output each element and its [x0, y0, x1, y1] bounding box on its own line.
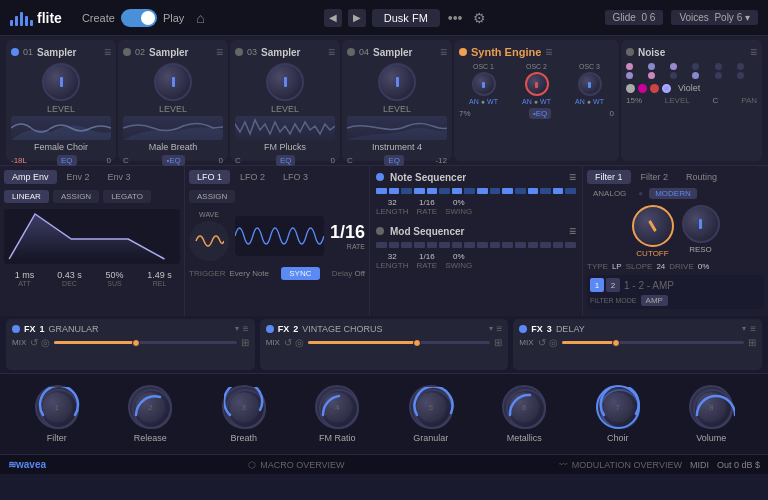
macro-knob-6[interactable]: 6 — [502, 385, 546, 429]
reso-knob[interactable] — [682, 205, 720, 243]
fx1-slider[interactable] — [54, 341, 236, 344]
active-dot[interactable] — [459, 48, 467, 56]
seq-step[interactable] — [414, 242, 425, 248]
active-dot[interactable] — [123, 48, 131, 56]
level-knob[interactable] — [154, 63, 192, 101]
seq-step[interactable] — [401, 188, 412, 194]
tab-lfo1[interactable]: LFO 1 — [189, 170, 230, 184]
linear-button[interactable]: LINEAR — [4, 190, 49, 203]
macro-knob-1[interactable]: 1 — [35, 385, 79, 429]
home-button[interactable]: ⌂ — [194, 8, 206, 28]
cutoff-knob[interactable] — [632, 205, 674, 247]
seq-step[interactable] — [414, 188, 425, 194]
fx3-slider[interactable] — [562, 341, 744, 344]
route-num-2[interactable]: 2 — [606, 278, 620, 292]
fx3-icon3[interactable]: ⊞ — [748, 337, 756, 348]
preset-name[interactable]: Dusk FM — [372, 9, 440, 27]
seq-step[interactable] — [427, 188, 438, 194]
toggle-switch[interactable] — [121, 9, 157, 27]
preset-dots-button[interactable]: ••• — [446, 8, 465, 28]
card-menu-icon[interactable]: ≡ — [104, 45, 111, 59]
active-dot[interactable] — [347, 48, 355, 56]
seq-step[interactable] — [376, 242, 387, 248]
color-dot-pink[interactable] — [638, 84, 647, 93]
route-num-1[interactable]: 1 — [590, 278, 604, 292]
seq-step[interactable] — [490, 188, 501, 194]
seq-step[interactable] — [452, 188, 463, 194]
seq-step[interactable] — [502, 242, 513, 248]
seq-step[interactable] — [565, 188, 576, 194]
seq-step[interactable] — [389, 188, 400, 194]
card-menu-icon[interactable]: ≡ — [328, 45, 335, 59]
macro-knob-2[interactable]: 2 — [128, 385, 172, 429]
seq-step[interactable] — [464, 242, 475, 248]
fx1-icon2[interactable]: ◎ — [41, 337, 50, 348]
eq-button[interactable]: EQ — [384, 155, 404, 166]
color-dot-violet[interactable] — [662, 84, 671, 93]
seq-step[interactable] — [565, 242, 576, 248]
glide-control[interactable]: Glide 0 6 — [605, 10, 664, 25]
assign-button[interactable]: ASSIGN — [53, 190, 99, 203]
seq-settings-icon[interactable]: ≡ — [569, 170, 576, 184]
osc-knob[interactable] — [578, 72, 602, 96]
eq-button[interactable]: •EQ — [529, 108, 551, 119]
seq-active-dot[interactable] — [376, 173, 384, 181]
seq-step[interactable] — [427, 242, 438, 248]
analog-mode-button[interactable]: ANALOG — [587, 188, 632, 199]
fx2-icon2[interactable]: ◎ — [295, 337, 304, 348]
eq-button[interactable]: EQ — [57, 155, 77, 166]
level-knob[interactable] — [266, 63, 304, 101]
fx1-icon3[interactable]: ⊞ — [241, 337, 249, 348]
card-menu-icon[interactable]: ≡ — [545, 45, 552, 59]
tab-filter1[interactable]: Filter 1 — [587, 170, 631, 184]
seq-step[interactable] — [389, 242, 400, 248]
card-menu-icon[interactable]: ≡ — [216, 45, 223, 59]
prev-preset-button[interactable]: ◀ — [324, 9, 342, 27]
tab-filter2[interactable]: Filter 2 — [633, 170, 677, 184]
seq-step[interactable] — [477, 188, 488, 194]
mod-seq-settings-icon[interactable]: ≡ — [569, 224, 576, 238]
macro-knob-7[interactable]: 7 — [596, 385, 640, 429]
osc-knob[interactable] — [472, 72, 496, 96]
color-dot-white[interactable] — [626, 84, 635, 93]
active-dot[interactable] — [235, 48, 243, 56]
tab-routing[interactable]: Routing — [678, 170, 725, 184]
fx2-icon3[interactable]: ⊞ — [494, 337, 502, 348]
fx2-menu[interactable]: ≡ — [497, 323, 503, 334]
seq-step[interactable] — [540, 188, 551, 194]
lfo-assign-button[interactable]: ASSIGN — [189, 190, 235, 203]
fx1-icon1[interactable]: ↺ — [30, 337, 38, 348]
seq-step[interactable] — [490, 242, 501, 248]
tab-env3[interactable]: Env 3 — [100, 170, 139, 184]
macro-knob-8[interactable]: 8 — [689, 385, 733, 429]
seq-step[interactable] — [439, 242, 450, 248]
tab-env2[interactable]: Env 2 — [59, 170, 98, 184]
seq-step[interactable] — [452, 242, 463, 248]
seq-step[interactable] — [477, 242, 488, 248]
fx2-slider[interactable] — [308, 341, 490, 344]
fx1-menu[interactable]: ≡ — [243, 323, 249, 334]
seq-inactive-dot[interactable] — [376, 227, 384, 235]
seq-step[interactable] — [515, 188, 526, 194]
sync-button[interactable]: SYNC — [281, 267, 319, 280]
eq-button[interactable]: •EQ — [162, 155, 184, 166]
macro-knob-5[interactable]: 5 — [409, 385, 453, 429]
color-dot-red[interactable] — [650, 84, 659, 93]
seq-step[interactable] — [515, 242, 526, 248]
level-knob[interactable] — [378, 63, 416, 101]
tab-amp-env[interactable]: Amp Env — [4, 170, 57, 184]
modern-mode-button[interactable]: MODERN — [649, 188, 697, 199]
seq-step[interactable] — [502, 188, 513, 194]
fx3-dot[interactable] — [519, 325, 527, 333]
seq-step[interactable] — [553, 242, 564, 248]
next-preset-button[interactable]: ▶ — [348, 9, 366, 27]
seq-step[interactable] — [528, 188, 539, 194]
voices-control[interactable]: Voices Poly 6 ▾ — [671, 10, 758, 25]
osc-knob[interactable] — [525, 72, 549, 96]
eq-button[interactable]: EQ — [276, 155, 296, 166]
card-menu-icon[interactable]: ≡ — [750, 45, 757, 59]
seq-step[interactable] — [401, 242, 412, 248]
settings-button[interactable]: ⚙ — [471, 8, 488, 28]
seq-step[interactable] — [464, 188, 475, 194]
fx3-icon2[interactable]: ◎ — [549, 337, 558, 348]
